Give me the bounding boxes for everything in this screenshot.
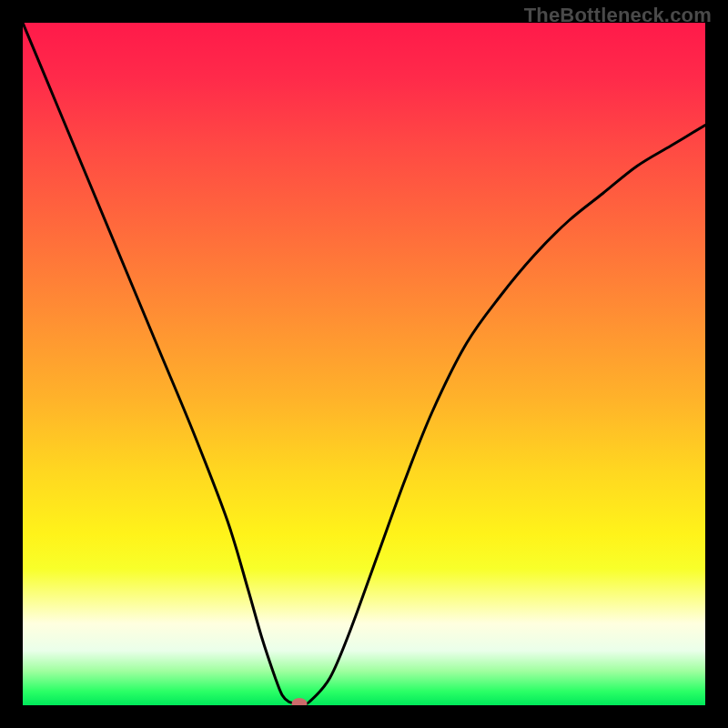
optimum-marker bbox=[291, 698, 307, 705]
watermark-text: TheBottleneck.com bbox=[524, 4, 712, 27]
bottleneck-curve bbox=[23, 23, 705, 705]
curve-path bbox=[23, 23, 705, 704]
chart-frame: TheBottleneck.com bbox=[0, 0, 728, 728]
plot-area bbox=[23, 23, 705, 705]
